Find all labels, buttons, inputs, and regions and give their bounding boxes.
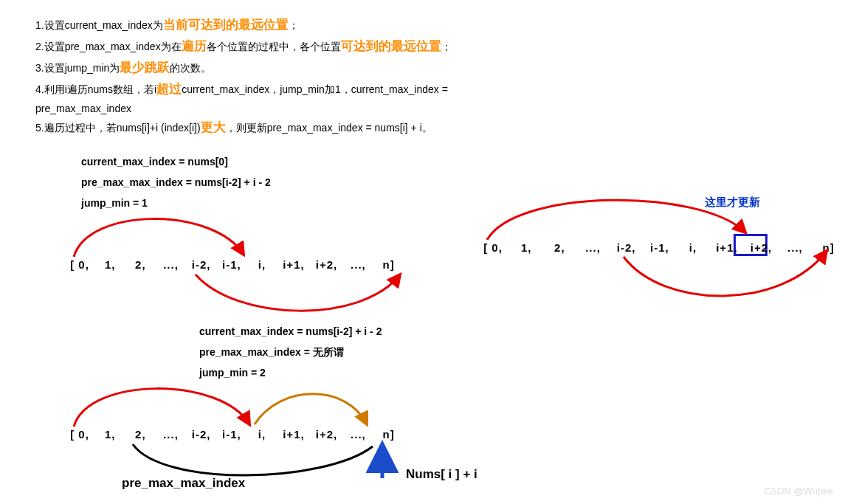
cell: i-2, bbox=[616, 241, 637, 254]
txt: 3.设置jump_min为 bbox=[35, 62, 120, 74]
cell: ..., bbox=[348, 258, 368, 271]
watermark: CSDN @Wupke bbox=[764, 486, 833, 497]
instr-line-4: 4.利用i遍历nums数组，若i超过current_max_index，jump… bbox=[35, 79, 859, 100]
cell: 2, bbox=[549, 241, 570, 254]
cell: i+2, bbox=[316, 258, 337, 271]
cell: i-2, bbox=[192, 258, 211, 271]
cell: ..., bbox=[162, 258, 181, 271]
code-line: pre_max_max_index = 无所谓 bbox=[199, 342, 382, 362]
cell: 2, bbox=[131, 258, 150, 271]
cell: i-1, bbox=[649, 241, 670, 254]
highlight: 最少跳跃 bbox=[120, 61, 170, 75]
cell: [ 0, bbox=[70, 428, 89, 441]
cell: i-1, bbox=[222, 258, 241, 271]
instr-line-4b: pre_max_max_index bbox=[35, 100, 859, 118]
cell: 1, bbox=[100, 258, 120, 271]
txt: ，则更新pre_max_max_index = nums[i] + i。 bbox=[226, 122, 432, 134]
instructions: 1.设置current_max_index为当前可达到的最远位置； 2.设置pr… bbox=[0, 0, 859, 139]
cell: ..., bbox=[583, 241, 604, 254]
state-block-1: current_max_index = nums[0] pre_max_max_… bbox=[81, 151, 271, 213]
cell: ..., bbox=[784, 241, 805, 254]
highlight: 遍历 bbox=[182, 39, 207, 53]
cell: i+1, bbox=[283, 428, 304, 441]
cell: i-2, bbox=[192, 428, 211, 441]
txt: 2.设置pre_max_max_index为在 bbox=[35, 41, 182, 52]
code-line: current_max_index = nums[0] bbox=[81, 151, 271, 172]
cell: i+2, bbox=[751, 241, 772, 254]
txt: 5.遍历过程中，若nums[i]+i (index[i]) bbox=[35, 122, 201, 134]
cell: 1, bbox=[516, 241, 537, 254]
code-line: current_max_index = nums[i-2] + i - 2 bbox=[199, 321, 382, 342]
cell: 2, bbox=[131, 428, 150, 441]
highlight: 可达到的最远位置 bbox=[341, 39, 441, 53]
txt: 的次数。 bbox=[170, 62, 211, 74]
txt: 4.利用i遍历nums数组，若i bbox=[35, 83, 156, 95]
highlight: 更大 bbox=[201, 120, 226, 134]
highlight: 超过 bbox=[156, 82, 182, 96]
cell: n] bbox=[818, 241, 839, 254]
instr-line-2: 2.设置pre_max_max_index为在遍历各个位置的过程中，各个位置可达… bbox=[35, 36, 859, 58]
instr-line-3: 3.设置jump_min为最少跳跃的次数。 bbox=[35, 58, 859, 79]
state-block-2: current_max_index = nums[i-2] + i - 2 pr… bbox=[199, 321, 382, 383]
code-line: jump_min = 1 bbox=[81, 193, 271, 213]
code-line: pre_max_max_index = nums[i-2] + i - 2 bbox=[81, 172, 271, 193]
txt: ； bbox=[289, 19, 299, 31]
callout-update: 这里才更新 bbox=[705, 196, 760, 210]
cell: i, bbox=[252, 428, 272, 441]
array-2: [ 0, 1, 2, ..., i-2, i-1, i, i+1, i+2, .… bbox=[478, 241, 844, 254]
cell: i+1, bbox=[716, 241, 737, 254]
label-pre-max: pre_max_max_index bbox=[122, 476, 245, 491]
code-line: jump_min = 2 bbox=[199, 362, 382, 383]
instr-line-5: 5.遍历过程中，若nums[i]+i (index[i])更大，则更新pre_m… bbox=[35, 117, 859, 139]
array-3: [ 0, 1, 2, ..., i-2, i-1, i, i+1, i+2, .… bbox=[66, 428, 402, 441]
cell: ..., bbox=[348, 428, 368, 441]
cell: i+1, bbox=[283, 258, 304, 271]
cell: n] bbox=[379, 428, 399, 441]
cell: [ 0, bbox=[483, 241, 503, 254]
txt: 1.设置current_max_index为 bbox=[35, 19, 163, 31]
array-1: [ 0, 1, 2, ..., i-2, i-1, i, i+1, i+2, .… bbox=[66, 258, 402, 271]
txt: pre_max_max_index bbox=[35, 103, 131, 114]
cell: i, bbox=[252, 258, 272, 271]
txt: 各个位置的过程中，各个位置 bbox=[207, 41, 341, 52]
txt: ； bbox=[441, 41, 452, 52]
cell: i, bbox=[683, 241, 703, 254]
cell: [ 0, bbox=[70, 258, 89, 271]
instr-line-1: 1.设置current_max_index为当前可达到的最远位置； bbox=[35, 15, 859, 36]
cell: i+2, bbox=[316, 428, 337, 441]
highlight: 当前可达到的最远位置 bbox=[163, 18, 289, 32]
cell: 1, bbox=[100, 428, 120, 441]
txt: current_max_index，jump_min加1，current_max… bbox=[182, 83, 448, 95]
cell: n] bbox=[379, 258, 399, 271]
cell: i-1, bbox=[222, 428, 241, 441]
label-nums-i: Nums[ i ] + i bbox=[406, 467, 477, 482]
cell: ..., bbox=[162, 428, 181, 441]
